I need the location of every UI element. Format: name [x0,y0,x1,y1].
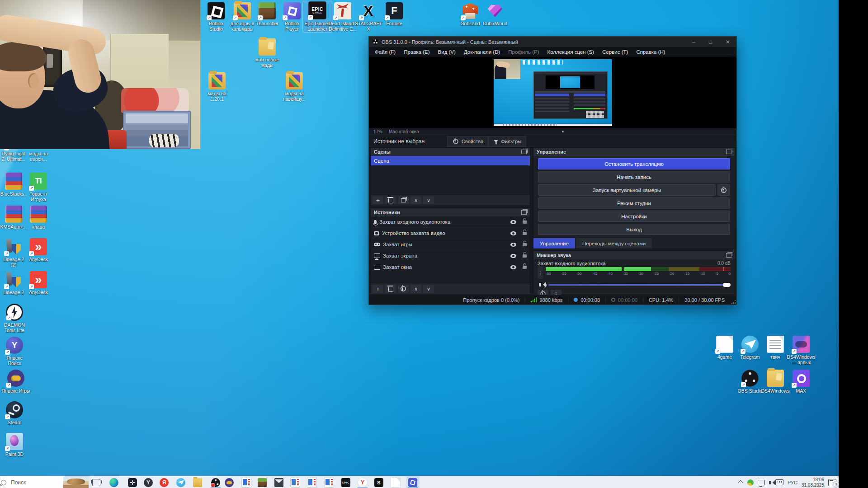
desktop-icon-ds4windows-shortcut[interactable]: ↗ DS4Windows — ярлык [787,336,816,366]
speaker-icon[interactable] [539,283,541,286]
desktop-icon-paint3d[interactable]: ↗ Paint 3D [0,433,29,457]
desktop-icon-yandex-search[interactable]: Y↗ Яндекс Поиск [0,337,29,366]
task-view-button[interactable] [90,476,103,488]
desktop-icon-anydesk-1[interactable]: »↗ AnyDesk [25,238,52,262]
add-scene-button[interactable]: + [373,196,383,204]
stop-streaming-button[interactable]: Остановить трансляцию [538,158,730,169]
taskbar-notepad[interactable] [389,476,402,488]
desktop-icon-torrent-igruha[interactable]: TI↗ Торрент Игруха [25,173,52,202]
taskbar-mail[interactable] [272,476,286,488]
desktop-icon-yandex-games[interactable]: ↗ Яндекс.Игры [0,370,32,394]
start-virtual-camera-button[interactable]: Запуск виртуальной камеры [538,184,716,196]
taskbar-explorer[interactable] [191,476,204,488]
obs-preview-canvas[interactable] [369,57,736,128]
lock-icon[interactable] [523,232,527,235]
source-row-window-capture[interactable]: Захват окна [371,262,530,273]
desktop-icon-obs-studio[interactable]: ↗ OBS Studio [736,370,764,394]
tab-controls[interactable]: Управление [533,238,575,249]
move-source-up-button[interactable]: ∧ [410,285,421,293]
eye-icon[interactable] [510,220,516,224]
obs-titlebar[interactable]: OBS 31.0.0 - Профиль: Безымянный - Сцены… [369,37,736,47]
desktop-icon-cubixworld[interactable]: CubixWorld [481,2,509,26]
mixer-panel-header[interactable]: Микшер звука [533,251,735,259]
volume-icon[interactable] [769,481,771,484]
exit-button[interactable]: Выход [538,224,730,235]
desktop-icon-max[interactable]: ↗ MAX [787,370,816,394]
desktop-icon-ds4windows-folder[interactable]: DS4Windows [761,370,790,394]
menu-edit[interactable]: Правка (E) [400,49,434,55]
move-scene-up-button[interactable]: ∧ [410,196,421,204]
mixer-channel-menu-button[interactable]: ⋮ [538,267,543,279]
settings-button[interactable]: Настройки [538,211,730,222]
desktop-icon-kmsauto[interactable]: KMSAuto+... [0,206,27,230]
desktop-icon-mods-newest[interactable]: моды на навейшу... [280,72,309,102]
menu-help[interactable]: Справка (H) [632,49,669,55]
taskbar-y-browser[interactable]: Y [356,476,369,488]
eye-icon[interactable] [510,231,516,235]
desktop-icon-anydesk-2[interactable]: »↗ AnyDesk [25,271,52,295]
popout-icon[interactable] [726,150,731,154]
lock-icon[interactable] [523,254,527,258]
taskbar-gamecenter[interactable]: ✛ [126,476,139,488]
desktop-icon-lineage2[interactable]: ↗ Lineage 2 [0,271,27,295]
scene-item-selected[interactable]: Сцена [371,156,530,165]
lock-icon[interactable] [523,243,527,246]
resize-grip[interactable] [731,300,736,304]
taskbar-yandex[interactable]: Я [157,476,171,488]
remove-source-button[interactable] [385,285,396,293]
network-icon[interactable] [758,480,765,485]
popout-icon[interactable] [726,253,731,258]
volume-slider-handle[interactable] [723,283,731,287]
source-row-game-capture[interactable]: Захват игры [371,239,530,250]
close-button[interactable]: ✕ [726,39,730,45]
menu-docks[interactable]: Док-панели (D) [460,49,504,55]
hidden-icons-chevron[interactable] [738,480,744,486]
desktop-icon-mods-1-20-1[interactable]: мады на 1.20.1 [203,72,231,102]
lock-icon[interactable] [523,221,527,224]
maximize-button[interactable]: □ [709,39,712,45]
move-scene-down-button[interactable]: ∨ [423,196,434,204]
eye-icon[interactable] [510,254,516,258]
taskbar-yandex-browser[interactable]: Y [142,476,155,488]
menu-tools[interactable]: Сервис (T) [598,49,632,55]
taskbar-s-app[interactable]: S [372,476,386,488]
desktop-icon-roblox-player[interactable]: ↗ Roblox Player [278,2,307,32]
tab-scene-transitions[interactable]: Переходы между сценами [576,238,652,249]
taskbar-app-window-3[interactable] [305,476,319,488]
scenes-panel-header[interactable]: Сцены [371,148,530,156]
desktop-icon-roblox-studio[interactable]: ↗ Roblox Studio [202,2,231,32]
language-indicator[interactable]: РУС [788,480,797,485]
studio-mode-button[interactable]: Режим студии [538,197,730,209]
desktop-icon-new-mods-folder[interactable]: маи новые мады [253,38,282,68]
taskbar-telegram[interactable] [174,476,188,488]
source-row-display-capture[interactable]: Захват экрана [371,250,530,262]
volume-slider[interactable] [548,282,731,287]
desktop-icon-tvich[interactable]: твич [761,336,790,360]
source-row-audio-input[interactable]: Захват входного аудиопотока [371,216,530,228]
sources-panel-header[interactable]: Источники [371,208,530,216]
taskbar-obs[interactable] [209,476,222,488]
chevron-down-icon[interactable]: ▼ [561,130,565,134]
desktop-icon-epic-games[interactable]: EPICGAMES↗ Epic Games Launcher [303,1,332,32]
minimize-button[interactable]: – [692,39,695,45]
desktop-icon-steam[interactable]: ↗ Steam [0,401,29,425]
taskbar-epic-games[interactable]: EPIC [339,476,353,488]
menu-view[interactable]: Вид (V) [434,49,460,55]
popout-icon[interactable] [521,150,527,154]
taskbar-weather-widget[interactable] [63,476,89,488]
taskbar-app-window-2[interactable] [288,476,302,488]
source-row-video-device[interactable]: Устройство захвата видео [371,228,530,239]
menu-scene-collection[interactable]: Коллекция сцен (S) [543,49,599,55]
antivirus-tray-icon[interactable] [747,479,754,486]
popout-icon[interactable] [521,210,527,215]
taskbar-minecraft[interactable] [255,476,269,488]
clock[interactable]: 18:06 31.08.2025 [802,477,824,488]
start-recording-button[interactable]: Начать запись [538,171,730,183]
desktop-icon-telegram[interactable]: ↗ Telegram [736,336,764,360]
taskbar-yandex-games[interactable] [222,476,236,488]
properties-button[interactable]: Свойства [447,136,488,147]
keyboard-icon[interactable] [775,479,783,485]
remove-scene-button[interactable] [385,196,396,204]
eye-icon[interactable] [510,265,516,269]
desktop-icon-lineage2-2[interactable]: ↗ Lineage 2 (2) [0,238,27,268]
